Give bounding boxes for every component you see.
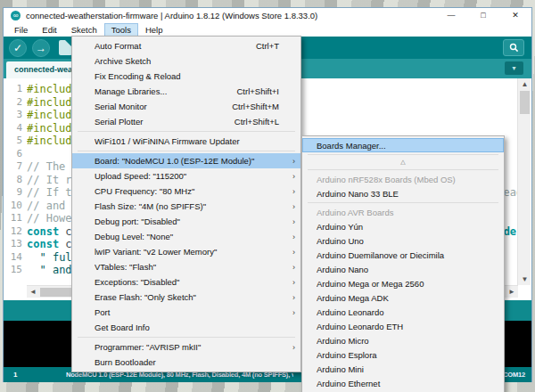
menu-item-label: Arduino Mini: [317, 364, 491, 374]
editor-vertical-scrollbar[interactable]: ▲ ▼: [517, 78, 531, 285]
menu-bar: FileEditSketchToolsHelp: [4, 22, 531, 37]
tools-menu-item-auto-format[interactable]: Auto FormatCtrl+T: [72, 38, 300, 53]
line-number: 13: [4, 238, 27, 251]
boards-menu-item-arduino-mega-adk[interactable]: Arduino Mega ADK: [302, 290, 504, 305]
menu-item-shortcut: Ctrl+Shift+I: [236, 86, 288, 96]
close-button[interactable]: ✕: [510, 9, 521, 21]
boards-menu-item-arduino-leonardo-eth[interactable]: Arduino Leonardo ETH: [302, 319, 504, 333]
menubar-item-file[interactable]: File: [7, 23, 35, 37]
menubar-item-sketch[interactable]: Sketch: [64, 23, 104, 37]
menubar-item-tools[interactable]: Tools: [104, 23, 138, 37]
line-number: 5: [4, 135, 27, 148]
boards-menu-item-arduino-micro[interactable]: Arduino Micro: [302, 333, 504, 347]
menu-item-label: Arduino Mega or Mega 2560: [317, 279, 491, 289]
code-segment: [27, 264, 39, 276]
boards-menu-item-arduino-ethernet[interactable]: Arduino Ethernet: [302, 376, 504, 390]
menu-item-label: Fix Encoding & Reload: [95, 71, 288, 81]
menu-item-label: CPU Frequency: "80 MHz": [95, 186, 288, 196]
menu-item-shortcut: Ctrl+T: [256, 41, 288, 51]
boards-menu-item-arduino-duemilanove-or-diecimila[interactable]: Arduino Duemilanove or Diecimila: [302, 248, 504, 262]
menu-item-label: lwIP Variant: "v2 Lower Memory": [95, 247, 288, 257]
tools-menu-item-exceptions-disabled[interactable]: Exceptions: "Disabled"›: [72, 274, 300, 290]
tab-list-dropdown-button[interactable]: ▼: [505, 61, 523, 75]
menu-item-label: Board: "NodeMCU 1.0 (ESP-12E Module)": [95, 156, 288, 166]
tools-menu-item-board-nodemcu-1-0-esp-12e-module[interactable]: Board: "NodeMCU 1.0 (ESP-12E Module)"›: [72, 153, 300, 168]
tools-menu-item-vtables-flash[interactable]: VTables: "Flash"›: [72, 259, 300, 274]
vertical-scroll-thumb[interactable]: [520, 91, 530, 114]
menu-item-label: Debug port: "Disabled": [95, 216, 288, 226]
serial-monitor-button[interactable]: [503, 39, 524, 56]
tools-menu-item-flash-size-4m-no-spiffs[interactable]: Flash Size: "4M (no SPIFFS)"›: [72, 199, 300, 214]
boards-menu-item-arduino-esplora[interactable]: Arduino Esplora: [302, 347, 504, 362]
scroll-left-arrow-icon[interactable]: ◄: [27, 286, 39, 298]
boards-menu-item-arduino-avr-boards: Arduino AVR Boards: [302, 205, 504, 219]
menu-item-label: Archive Sketch: [95, 56, 288, 66]
new-sketch-button[interactable]: [59, 40, 72, 55]
verify-button[interactable]: ✓: [9, 39, 27, 57]
submenu-arrow-icon: ›: [288, 233, 295, 241]
tools-menu-item-serial-plotter[interactable]: Serial PlotterCtrl+Shift+L: [72, 114, 300, 129]
tools-menu-item-fix-encoding-reload[interactable]: Fix Encoding & Reload: [72, 69, 300, 84]
menu-item-label: Arduino Mega ADK: [317, 293, 491, 303]
submenu-arrow-icon: ›: [288, 343, 295, 352]
menu-separator: [308, 202, 498, 203]
tools-menu-item-wifi101-wifinina-firmware-updater[interactable]: WiFi101 / WiFiNINA Firmware Updater: [72, 134, 300, 149]
boards-menu-item-arduino-mega-or-mega-2560[interactable]: Arduino Mega or Mega 2560: [302, 276, 504, 290]
menu-item-label: Arduino Yún: [317, 222, 491, 232]
menu-item-label: Flash Size: "4M (no SPIFFS)": [95, 201, 288, 211]
boards-menu-item-arduino-mini[interactable]: Arduino Mini: [302, 362, 504, 376]
maximize-button[interactable]: □: [478, 9, 489, 21]
line-number: 3: [4, 109, 27, 122]
submenu-arrow-icon: ›: [288, 187, 295, 196]
submenu-arrow-icon: ›: [288, 308, 295, 317]
line-number: 6: [4, 148, 27, 161]
menu-item-label: Serial Plotter: [95, 117, 235, 127]
menubar-item-edit[interactable]: Edit: [35, 23, 63, 37]
tools-menu-item-archive-sketch[interactable]: Archive Sketch: [72, 53, 300, 69]
boards-menu-item-boards-manager[interactable]: Boards Manager...: [302, 138, 504, 152]
tools-menu-item-lwip-variant-v2-lower-memory[interactable]: lwIP Variant: "v2 Lower Memory"›: [72, 244, 300, 259]
tools-menu-item-burn-bootloader[interactable]: Burn Bootloader: [72, 355, 300, 370]
menubar-item-help[interactable]: Help: [138, 23, 170, 37]
boards-menu-item-arduino-uno[interactable]: Arduino Uno: [302, 233, 504, 248]
minimize-button[interactable]: —: [446, 9, 457, 21]
menu-item-label: Arduino Nano: [317, 265, 491, 274]
line-number: 8: [4, 174, 27, 187]
tools-menu-item-manage-libraries[interactable]: Manage Libraries...Ctrl+Shift+I: [72, 84, 300, 99]
tools-menu-item-get-board-info[interactable]: Get Board Info: [72, 320, 300, 335]
upload-button[interactable]: →: [32, 39, 50, 57]
scroll-down-arrow-icon[interactable]: ▼: [518, 274, 531, 285]
tools-menu-item-port[interactable]: Port›: [72, 305, 300, 320]
boards-menu-item-arduino-nano-33-ble[interactable]: Arduino Nano 33 BLE: [302, 186, 504, 200]
boards-menu-item-arduino-y-n[interactable]: Arduino Yún: [302, 219, 504, 233]
title-bar[interactable]: ∞ connected-weatherstation-firmware | Ar…: [4, 8, 531, 22]
line-number: 1: [4, 83, 27, 96]
tools-menu-item-debug-port-disabled[interactable]: Debug port: "Disabled"›: [72, 214, 300, 229]
boards-menu-item-arduino-leonardo[interactable]: Arduino Leonardo: [302, 305, 504, 319]
code-segment: const: [27, 238, 59, 250]
menu-item-label: Arduino Duemilanove or Diecimila: [317, 250, 491, 260]
menu-item-label: Arduino nRF528x Boards (Mbed OS): [317, 175, 491, 184]
tools-menu-item-erase-flash-only-sketch[interactable]: Erase Flash: "Only Sketch"›: [72, 290, 300, 305]
status-line-number: 1: [4, 371, 66, 379]
menu-item-label: Upload Speed: "115200": [95, 171, 288, 181]
menu-item-label: Get Board Info: [95, 323, 288, 332]
tools-menu-item-programmer-avrisp-mkii[interactable]: Programmer: "AVRISP mkII"›: [72, 339, 300, 355]
menu-item-label: Arduino Micro: [317, 336, 491, 346]
menu-item-label: Arduino Ethernet: [317, 379, 491, 388]
menu-scroll-up-icon[interactable]: △: [302, 157, 504, 167]
menu-item-label: Arduino AVR Boards: [317, 208, 491, 217]
window-title: connected-weatherstation-firmware | Ardu…: [26, 11, 446, 20]
tools-menu-item-debug-level-none[interactable]: Debug Level: "None"›: [72, 229, 300, 244]
magnifier-icon: [509, 43, 519, 53]
tools-menu-item-upload-speed-115200[interactable]: Upload Speed: "115200"›: [72, 168, 300, 184]
scroll-right-arrow-icon[interactable]: ►: [506, 286, 518, 298]
boards-menu-item-arduino-nano[interactable]: Arduino Nano: [302, 262, 504, 276]
scroll-up-arrow-icon[interactable]: ▲: [518, 78, 531, 90]
menu-item-label: Arduino Uno: [317, 236, 491, 246]
menu-separator: [78, 151, 295, 151]
menu-item-label: Arduino Nano 33 BLE: [317, 189, 491, 199]
tools-menu-item-serial-monitor[interactable]: Serial MonitorCtrl+Shift+M: [72, 99, 300, 114]
tools-menu-item-cpu-frequency-80-mhz[interactable]: CPU Frequency: "80 MHz"›: [72, 184, 300, 199]
menu-item-label: Arduino Leonardo: [317, 307, 491, 317]
